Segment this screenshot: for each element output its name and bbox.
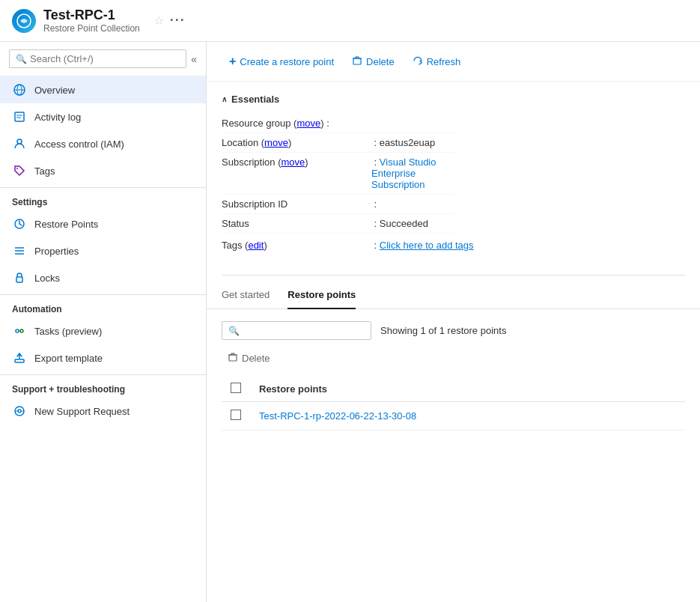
- table-trash-icon: [228, 352, 238, 365]
- table-search-box[interactable]: 🔍: [222, 321, 371, 340]
- row-checkbox-cell: [222, 402, 250, 431]
- sidebar-item-restore-points-label: Restore Points: [34, 219, 98, 230]
- create-restore-point-button[interactable]: + Create a restore point: [222, 51, 341, 72]
- location-value: : eastus2euap: [371, 137, 435, 148]
- subscription-link[interactable]: Visual Studio Enterprise Subscription: [371, 156, 436, 190]
- svg-rect-13: [16, 277, 22, 282]
- restore-points-table: Restore points Test-RPC-1-rp-2022-06-22-…: [222, 377, 685, 431]
- status-row: Status : Succeeded: [222, 214, 454, 234]
- sidebar-item-restore-points[interactable]: Restore Points: [0, 210, 206, 237]
- tags-edit-link[interactable]: edit: [248, 240, 264, 251]
- header-text: Test-RPC-1 Restore Point Collection: [43, 7, 140, 34]
- restore-points-tab-content: 🔍 Showing 1 of 1 restore points Delete: [207, 309, 700, 443]
- activity-log-icon: [12, 109, 27, 124]
- table-header-row: Restore points: [222, 377, 685, 402]
- subscription-label: Subscription (move): [222, 156, 371, 168]
- tags-row: Tags (edit) : Click here to add tags: [222, 234, 685, 263]
- search-box[interactable]: 🔍: [9, 49, 186, 68]
- restore-points-column-header: Restore points: [250, 377, 685, 402]
- sidebar-item-export[interactable]: Export template: [0, 344, 206, 371]
- trash-icon: [352, 55, 362, 68]
- sidebar-item-properties[interactable]: Properties: [0, 237, 206, 264]
- sidebar-item-overview-label: Overview: [34, 85, 75, 96]
- locks-icon: [12, 270, 27, 285]
- sidebar-search-area: 🔍 «: [0, 42, 206, 76]
- page-header: Test-RPC-1 Restore Point Collection ☆ ··…: [0, 0, 700, 42]
- restore-point-link[interactable]: Test-RPC-1-rp-2022-06-22-13-30-08: [259, 410, 416, 422]
- status-value: : Succeeded: [371, 218, 428, 229]
- main-toolbar: + Create a restore point Delete Refresh: [207, 42, 700, 82]
- export-icon: [12, 350, 27, 365]
- select-all-checkbox[interactable]: [231, 383, 241, 393]
- sidebar-item-tasks[interactable]: Tasks (preview): [0, 317, 206, 344]
- subscription-move-link[interactable]: move: [281, 156, 305, 168]
- more-options-icon[interactable]: ···: [170, 13, 186, 28]
- sidebar-item-activity-log[interactable]: Activity log: [0, 103, 206, 130]
- svg-rect-22: [353, 58, 361, 64]
- essentials-section: ∧ Essentials Resource group (move) : Loc…: [207, 82, 700, 275]
- sidebar-item-tags-label: Tags: [34, 165, 55, 177]
- select-all-column: [222, 377, 250, 402]
- location-move-link[interactable]: move: [264, 137, 288, 148]
- restore-points-icon: [12, 216, 27, 231]
- sidebar-item-tags[interactable]: Tags: [0, 157, 206, 184]
- search-input[interactable]: [30, 53, 180, 64]
- support-icon: [12, 404, 27, 419]
- essentials-grid: Resource group (move) : Location (move) …: [222, 114, 685, 234]
- svg-rect-17: [15, 359, 24, 362]
- svg-point-19: [18, 410, 21, 413]
- table-search-icon: 🔍: [228, 326, 240, 336]
- resource-group-move-link[interactable]: move: [296, 118, 320, 129]
- subscription-id-row: Subscription ID :: [222, 195, 454, 214]
- status-label: Status: [222, 218, 371, 229]
- sidebar-section-support: Support + troubleshooting: [0, 374, 206, 398]
- refresh-button[interactable]: Refresh: [405, 52, 469, 72]
- sidebar-item-properties-label: Properties: [34, 246, 79, 257]
- resource-group-label: Resource group (move) :: [222, 118, 371, 129]
- table-search-input[interactable]: [243, 325, 365, 336]
- tab-restore-points[interactable]: Restore points: [287, 285, 356, 309]
- svg-point-14: [16, 329, 19, 332]
- collapse-button[interactable]: «: [191, 53, 197, 65]
- table-row: Test-RPC-1-rp-2022-06-22-13-30-08: [222, 402, 685, 431]
- svg-point-8: [16, 168, 18, 169]
- location-row: Location (move) : eastus2euap: [222, 133, 454, 153]
- essentials-col-right: [454, 114, 686, 234]
- svg-rect-4: [15, 112, 24, 121]
- svg-point-15: [20, 329, 23, 332]
- sidebar-item-overview[interactable]: Overview: [0, 76, 206, 103]
- chevron-up-icon[interactable]: ∧: [222, 95, 227, 103]
- essentials-col-left: Resource group (move) : Location (move) …: [222, 114, 454, 234]
- table-delete-button[interactable]: Delete: [222, 349, 276, 368]
- tasks-icon: [12, 323, 27, 338]
- location-label: Location (move): [222, 137, 371, 148]
- restore-point-name-cell: Test-RPC-1-rp-2022-06-22-13-30-08: [250, 402, 685, 431]
- delete-button[interactable]: Delete: [344, 52, 402, 72]
- subscription-value: : Visual Studio Enterprise Subscription: [371, 156, 454, 190]
- showing-count-text: Showing 1 of 1 restore points: [380, 325, 506, 336]
- sidebar-item-locks-label: Locks: [34, 273, 60, 284]
- table-delete-row: Delete: [222, 349, 685, 368]
- sidebar-item-export-label: Export template: [34, 353, 103, 364]
- essentials-title: Essentials: [231, 94, 279, 105]
- row-checkbox[interactable]: [231, 410, 241, 420]
- resource-subtitle: Restore Point Collection: [43, 23, 140, 34]
- sidebar-item-access-control[interactable]: Access control (IAM): [0, 130, 206, 157]
- sidebar-item-locks[interactable]: Locks: [0, 264, 206, 291]
- subscription-id-label: Subscription ID: [222, 198, 371, 210]
- tab-get-started[interactable]: Get started: [222, 285, 270, 309]
- tags-field-label: Tags (edit): [222, 240, 371, 251]
- favorite-star-icon[interactable]: ☆: [153, 13, 164, 28]
- svg-point-7: [17, 139, 22, 144]
- plus-icon: +: [229, 55, 236, 68]
- sidebar-item-activity-log-label: Activity log: [34, 112, 81, 123]
- globe-icon: [12, 82, 27, 97]
- main-content: + Create a restore point Delete Refresh …: [207, 42, 700, 602]
- subscription-row: Subscription (move) : Visual Studio Ente…: [222, 153, 454, 195]
- tags-field-value: : Click here to add tags: [371, 240, 474, 251]
- sidebar-item-support[interactable]: New Support Request: [0, 398, 206, 425]
- sidebar-item-iam-label: Access control (IAM): [34, 139, 124, 150]
- tabs-container: Get started Restore points: [207, 276, 700, 309]
- add-tags-link[interactable]: Click here to add tags: [380, 240, 474, 251]
- essentials-header: ∧ Essentials: [222, 94, 685, 105]
